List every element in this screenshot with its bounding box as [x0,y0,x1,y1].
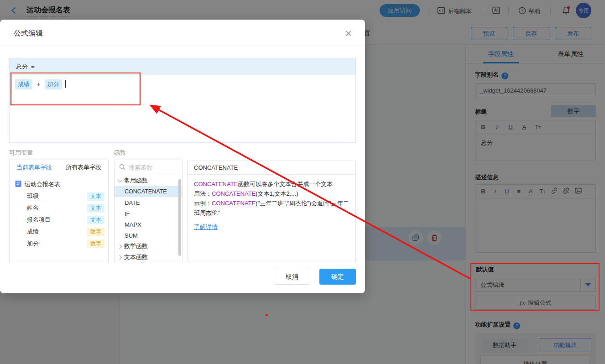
function-example: 示例：CONCATENATE("三年二班","周杰伦")会返回"三年二班周杰伦" [194,198,349,218]
formula-token[interactable]: 加分 [45,79,62,89]
tab-current-form-fields[interactable]: 当前表单字段 [10,160,59,175]
variable-field-row[interactable]: 姓名文本 [10,202,108,214]
field-type-badge: 文本 [87,216,104,224]
cancel-button[interactable]: 取消 [274,269,310,285]
variables-label: 可用变量 [9,149,33,157]
confirm-button[interactable]: 确定 [319,269,356,285]
plus-operator: + [37,81,41,88]
function-search [115,160,182,175]
function-group-math[interactable]: 数学函数 [115,241,182,252]
function-usage: 用法：CONCATENATE(文本1,文本2,...) [194,189,349,198]
function-detail-panel: CONCATENATE CONCATENATE函数可以将多个文本合并成一个文本 … [187,161,356,261]
app-root: 运动会报名表 应用访问 后端脚本 ? 帮助 专用 置 预览 保存 发布 [0,0,605,364]
text-cursor [65,80,66,88]
field-type-badge: 文本 [87,192,104,201]
function-detail-body: CONCATENATE函数可以将多个文本合并成一个文本 用法：CONCATENA… [188,175,355,236]
close-icon[interactable]: × [345,29,352,38]
function-item[interactable]: IF [115,208,182,219]
divider [0,46,365,46]
formula-editor-modal: 公式编辑 × 总分 = 成绩 + 加分 可用变量 函数 当前表单字段 所有表单字… [0,20,365,293]
function-item[interactable]: MAPX [115,219,182,230]
variables-panel: 当前表单字段 所有表单字段 运动会报名表 班级文本 姓名文本 报名项目文本 成绩… [9,160,109,262]
chevron-right-icon [118,244,122,249]
formula-token[interactable]: 成绩 [15,79,32,89]
modal-title: 公式编辑 [14,29,43,38]
form-node[interactable]: 运动会报名表 [10,178,108,190]
function-item[interactable]: SUM [115,230,182,241]
variable-field-row[interactable]: 加分数字 [10,238,108,250]
chevron-down-icon [118,178,122,182]
function-group-text[interactable]: 文本函数 [115,252,182,263]
formula-input-area[interactable]: 成绩 + 加分 [10,75,355,142]
formula-result-bar: 总分 = [10,58,355,75]
function-item[interactable]: DATE [115,197,182,208]
function-detail-title: CONCATENATE [188,161,355,175]
functions-label: 函数 [114,149,126,157]
variables-tree: 运动会报名表 班级文本 姓名文本 报名项目文本 成绩数字 加分数字 [10,175,108,250]
chevron-right-icon [118,255,122,260]
functions-panel: 常用函数 CONCATENATE DATE IF MAPX SUM 数学函数 文… [114,160,183,262]
function-description: CONCATENATE函数可以将多个文本合并成一个文本 [194,179,349,189]
variable-field-row[interactable]: 班级文本 [10,190,108,202]
function-search-input[interactable] [129,164,174,171]
search-icon [119,164,125,172]
formula-box: 总分 = 成绩 + 加分 [9,58,356,143]
result-field-name: 总分 [16,62,28,71]
variables-tabs: 当前表单字段 所有表单字段 [10,160,108,175]
field-type-badge: 数字 [87,228,104,236]
tab-all-form-fields[interactable]: 所有表单字段 [59,160,108,175]
field-type-badge: 文本 [87,204,104,213]
learn-more-link[interactable]: 了解详情 [194,222,218,232]
scrollbar[interactable] [178,179,181,256]
form-icon [15,180,21,189]
function-item-selected[interactable]: CONCATENATE [115,186,182,197]
variable-field-row[interactable]: 成绩数字 [10,226,108,238]
field-type-badge: 数字 [87,239,104,248]
equals-sign: = [31,63,35,70]
variable-field-row[interactable]: 报名项目文本 [10,214,108,226]
function-group-common[interactable]: 常用函数 [115,175,182,186]
